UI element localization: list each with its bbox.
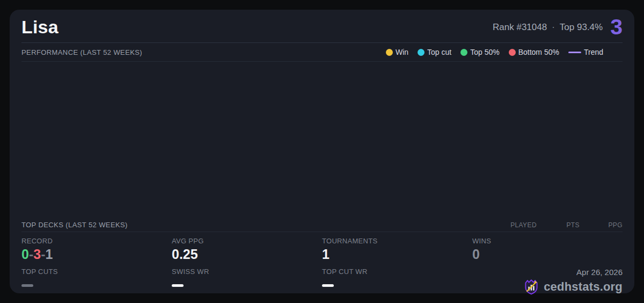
stat-wins: WINS 0 xyxy=(472,237,623,268)
brand-name: cedhstats.org xyxy=(544,280,623,294)
rank-separator: · xyxy=(552,22,555,33)
legend-label-top-cut: Top cut xyxy=(427,48,451,56)
top-cuts-no-value-dash xyxy=(21,284,33,287)
record-value: 0-3-1 xyxy=(21,247,172,262)
player-stats-card: Lisa Rank #31048 · Top 93.4% 3 PERFORMAN… xyxy=(10,10,634,293)
brand-row: cedhstats.org xyxy=(472,278,623,296)
tournaments-label: TOURNAMENTS xyxy=(322,237,472,245)
wins-label: WINS xyxy=(472,237,623,245)
record-label: RECORD xyxy=(21,237,172,245)
stat-top-cut-wr: TOP CUT WR xyxy=(322,268,472,296)
rank-text: Rank #31048 xyxy=(493,22,547,33)
record-draws: 1 xyxy=(45,247,53,262)
rank-summary: Rank #31048 · Top 93.4% 3 xyxy=(493,16,623,38)
performance-title: PERFORMANCE (LAST 52 WEEKS) xyxy=(21,48,142,56)
column-header-pts: PTS xyxy=(537,221,580,229)
performance-chart xyxy=(21,62,623,218)
performance-section-header: PERFORMANCE (LAST 52 WEEKS) Win Top cut … xyxy=(21,43,623,62)
top-percent-text: Top 93.4% xyxy=(560,22,603,33)
top-decks-title: TOP DECKS (LAST 52 WEEKS) xyxy=(21,221,128,229)
top50-dot-icon xyxy=(460,49,467,56)
legend-label-top50: Top 50% xyxy=(470,48,499,56)
swiss-wr-label: SWISS WR xyxy=(172,268,322,276)
legend-item-win: Win xyxy=(386,48,408,56)
wins-value: 0 xyxy=(472,247,623,262)
stat-top-cuts: TOP CUTS xyxy=(21,268,172,296)
report-date: Apr 26, 2026 xyxy=(472,268,623,277)
chart-legend: Win Top cut Top 50% Bottom 50% Trend xyxy=(386,48,603,56)
legend-item-top50: Top 50% xyxy=(460,48,499,56)
top-cuts-label: TOP CUTS xyxy=(21,268,172,276)
stat-tournaments: TOURNAMENTS 1 xyxy=(322,237,472,268)
avg-ppg-value: 0.25 xyxy=(172,247,322,262)
rank-line: Rank #31048 · Top 93.4% xyxy=(493,22,603,33)
card-footer: Apr 26, 2026 cedhstats.org xyxy=(472,268,623,296)
trend-line-icon xyxy=(568,52,581,53)
record-losses: 3 xyxy=(33,247,41,262)
stats-grid: RECORD 0-3-1 AVG PPG 0.25 TOURNAMENTS 1 … xyxy=(21,232,623,296)
legend-item-top-cut: Top cut xyxy=(418,48,451,56)
top-cut-dot-icon xyxy=(418,49,425,56)
legend-label-bottom50: Bottom 50% xyxy=(518,48,559,56)
top-cut-wr-no-value-dash xyxy=(322,284,334,287)
legend-label-trend: Trend xyxy=(584,48,603,56)
legend-label-win: Win xyxy=(396,48,408,56)
avg-ppg-label: AVG PPG xyxy=(172,237,322,245)
stat-swiss-wr: SWISS WR xyxy=(172,268,322,296)
player-score: 3 xyxy=(610,16,623,38)
swiss-wr-no-value-dash xyxy=(172,284,184,287)
cedhstats-logo-icon xyxy=(523,278,539,296)
top-decks-column-headers: PLAYED PTS PPG xyxy=(494,221,623,229)
top-cut-wr-label: TOP CUT WR xyxy=(322,268,472,276)
column-header-ppg: PPG xyxy=(580,221,623,229)
record-wins: 0 xyxy=(21,247,29,262)
legend-item-trend: Trend xyxy=(568,48,603,56)
column-header-played: PLAYED xyxy=(494,221,537,229)
legend-item-bottom50: Bottom 50% xyxy=(509,48,559,56)
top-decks-section-header: TOP DECKS (LAST 52 WEEKS) PLAYED PTS PPG xyxy=(21,218,623,232)
record-separator: - xyxy=(29,247,33,262)
player-name: Lisa xyxy=(21,17,58,38)
tournaments-value: 1 xyxy=(322,247,472,262)
bottom50-dot-icon xyxy=(509,49,516,56)
card-header: Lisa Rank #31048 · Top 93.4% 3 xyxy=(21,10,623,43)
stat-avg-ppg: AVG PPG 0.25 xyxy=(172,237,322,268)
stat-record: RECORD 0-3-1 xyxy=(21,237,172,268)
win-dot-icon xyxy=(386,49,393,56)
